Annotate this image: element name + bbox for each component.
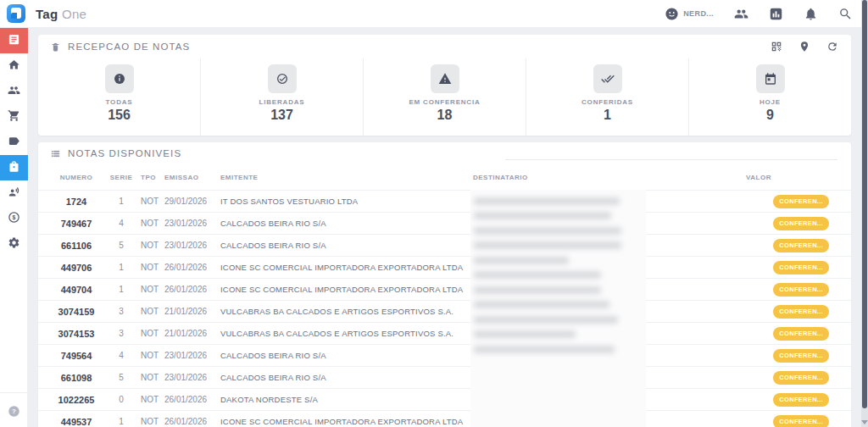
stat-todas[interactable]: TODAS 156 bbox=[38, 58, 201, 136]
cell-emissao: 23/01/2026 bbox=[164, 351, 220, 360]
cell-emissao: 29/01/2026 bbox=[164, 197, 220, 206]
stat-label: CONFERIDAS bbox=[581, 98, 633, 106]
conferencia-button[interactable]: CONFEREN... bbox=[773, 261, 829, 274]
conferencia-button[interactable]: CONFEREN... bbox=[773, 239, 829, 252]
notifications-bell-icon[interactable] bbox=[804, 7, 818, 21]
table-row[interactable]: 1724 1 NOT 29/01/2026 IT DOS SANTOS VEST… bbox=[38, 190, 851, 212]
conferencia-button[interactable]: CONFEREN... bbox=[773, 371, 829, 385]
conferencia-button[interactable]: CONFEREN... bbox=[773, 195, 829, 208]
cell-tpo: NOT bbox=[141, 263, 164, 272]
cell-emitente: VULCABRAS BA CALCADOS E ARTIGOS ESPORTIV… bbox=[220, 307, 473, 316]
cell-numero: 1724 bbox=[51, 197, 102, 207]
cell-serie: 0 bbox=[102, 395, 141, 404]
sidebar-item-notas-active[interactable] bbox=[0, 28, 28, 53]
stat-conferidas[interactable]: CONFERIDAS 1 bbox=[526, 58, 689, 136]
cell-tpo: NOT bbox=[141, 395, 164, 404]
table-row[interactable]: 449706 1 NOT 26/01/2026 ICONE SC COMERCI… bbox=[38, 256, 851, 278]
calendar-icon bbox=[756, 64, 785, 93]
stat-em-conferencia[interactable]: EM CONFERENCIA 18 bbox=[364, 58, 526, 136]
table-header-row: NUMERO SERIE TPO EMISSAO EMITENTE DESTIN… bbox=[38, 164, 851, 190]
stat-hoje[interactable]: HOJE 9 bbox=[689, 58, 851, 136]
table-row[interactable]: 661098 5 NOT 23/01/2026 CALCADOS BEIRA R… bbox=[38, 366, 851, 388]
refresh-icon[interactable] bbox=[825, 40, 839, 54]
svg-text:?: ? bbox=[12, 408, 16, 415]
col-header-destinatario[interactable]: DESTINATARIO bbox=[473, 174, 653, 181]
table-row[interactable]: 449537 1 NOT 26/01/2026 ICONE SC COMERCI… bbox=[38, 410, 851, 427]
cell-emissao: 23/01/2026 bbox=[164, 241, 220, 250]
stat-liberadas[interactable]: LIBERADAS 137 bbox=[201, 58, 364, 136]
user-menu[interactable]: NERD... bbox=[665, 7, 714, 21]
info-icon bbox=[105, 64, 134, 93]
stat-value: 137 bbox=[270, 108, 293, 123]
list-icon bbox=[50, 148, 61, 159]
table-row[interactable]: 661106 5 NOT 23/01/2026 CALCADOS BEIRA R… bbox=[38, 234, 851, 256]
cell-tpo: NOT bbox=[141, 373, 164, 382]
sidebar-item-users[interactable] bbox=[0, 79, 28, 104]
qr-code-icon[interactable] bbox=[769, 40, 783, 54]
dollar-circle-icon: $ bbox=[8, 211, 20, 227]
table-row[interactable]: 3074159 3 NOT 21/01/2026 VULCABRAS BA CA… bbox=[38, 300, 851, 322]
cell-emissao: 21/01/2026 bbox=[164, 329, 220, 338]
user-name-label: NERD... bbox=[683, 9, 714, 18]
cell-numero: 3074159 bbox=[51, 307, 102, 317]
divider-line bbox=[505, 159, 837, 160]
col-header-emitente[interactable]: EMITENTE bbox=[220, 174, 473, 181]
cell-emitente: CALCADOS BEIRA RIO S/A bbox=[220, 351, 473, 360]
sidebar-item-finance[interactable]: $ bbox=[0, 206, 28, 231]
stat-label: EM CONFERENCIA bbox=[409, 98, 480, 106]
cell-emitente: CALCADOS BEIRA RIO S/A bbox=[220, 241, 473, 250]
search-icon[interactable] bbox=[838, 7, 853, 21]
sidebar-item-purchases-active[interactable] bbox=[0, 155, 28, 180]
table-row[interactable]: 449704 1 NOT 26/01/2026 ICONE SC COMERCI… bbox=[38, 278, 851, 300]
cell-numero: 1022265 bbox=[51, 395, 102, 405]
dashboard-chart-icon[interactable] bbox=[769, 7, 783, 21]
sidebar-divider bbox=[0, 392, 27, 393]
sidebar-item-settings[interactable] bbox=[0, 231, 28, 257]
cell-emitente: CALCADOS BEIRA RIO S/A bbox=[220, 219, 473, 228]
cell-serie: 1 bbox=[102, 285, 141, 294]
cell-emitente: CALCADOS BEIRA RIO S/A bbox=[220, 373, 473, 382]
conferencia-button[interactable]: CONFEREN... bbox=[773, 283, 829, 297]
scrollbar-down-arrow-icon[interactable] bbox=[861, 420, 868, 424]
table-row[interactable]: 1022265 0 NOT 26/01/2026 DAKOTA NORDESTE… bbox=[38, 388, 851, 410]
col-header-serie[interactable]: SERIE bbox=[102, 174, 141, 181]
sidebar-item-announcer[interactable] bbox=[0, 180, 28, 206]
cell-emissao: 26/01/2026 bbox=[164, 263, 220, 272]
cell-tpo: NOT bbox=[141, 241, 164, 250]
conferencia-button[interactable]: CONFEREN... bbox=[773, 327, 829, 341]
conferencia-button[interactable]: CONFEREN... bbox=[773, 415, 829, 427]
help-button[interactable]: ? bbox=[0, 398, 28, 427]
page-scrollbar[interactable] bbox=[861, 0, 868, 427]
shopping-cart-icon bbox=[8, 109, 20, 125]
table-row[interactable]: 749467 4 NOT 23/01/2026 CALCADOS BEIRA R… bbox=[38, 212, 851, 234]
users-group-icon bbox=[8, 84, 20, 100]
sidebar-item-tags[interactable] bbox=[0, 130, 28, 155]
sidebar-item-cart[interactable] bbox=[0, 104, 28, 130]
scrollbar-thumb[interactable] bbox=[862, 0, 867, 408]
cell-serie: 3 bbox=[102, 307, 141, 316]
brand-title: Tag One bbox=[36, 7, 86, 21]
col-header-numero[interactable]: NUMERO bbox=[51, 174, 102, 181]
app-logo-icon[interactable] bbox=[7, 4, 25, 23]
table-row[interactable]: 749564 4 NOT 23/01/2026 CALCADOS BEIRA R… bbox=[38, 344, 851, 366]
col-header-valor[interactable]: VALOR bbox=[653, 174, 771, 181]
reception-icon bbox=[50, 42, 61, 53]
cell-emissao: 26/01/2026 bbox=[164, 417, 220, 426]
cell-tpo: NOT bbox=[141, 351, 164, 360]
conferencia-button[interactable]: CONFEREN... bbox=[773, 305, 829, 319]
col-header-emissao[interactable]: EMISSAO bbox=[164, 174, 220, 181]
conferencia-button[interactable]: CONFEREN... bbox=[773, 349, 829, 363]
location-pin-icon[interactable] bbox=[797, 40, 811, 54]
reception-title-label: RECEPCAO DE NOTAS bbox=[68, 42, 190, 52]
cell-serie: 5 bbox=[102, 373, 141, 382]
stat-value: 156 bbox=[108, 108, 131, 123]
conferencia-button[interactable]: CONFEREN... bbox=[773, 217, 829, 230]
sidebar-item-home[interactable] bbox=[0, 53, 28, 79]
cell-numero: 749467 bbox=[51, 219, 102, 229]
table-row[interactable]: 3074153 3 NOT 21/01/2026 VULCABRAS BA CA… bbox=[38, 322, 851, 344]
table-body: 1724 1 NOT 29/01/2026 IT DOS SANTOS VEST… bbox=[38, 190, 851, 427]
users-icon[interactable] bbox=[734, 7, 748, 21]
stat-value: 18 bbox=[437, 108, 453, 123]
conferencia-button[interactable]: CONFEREN... bbox=[773, 393, 829, 407]
col-header-tpo[interactable]: TPO bbox=[141, 174, 164, 181]
